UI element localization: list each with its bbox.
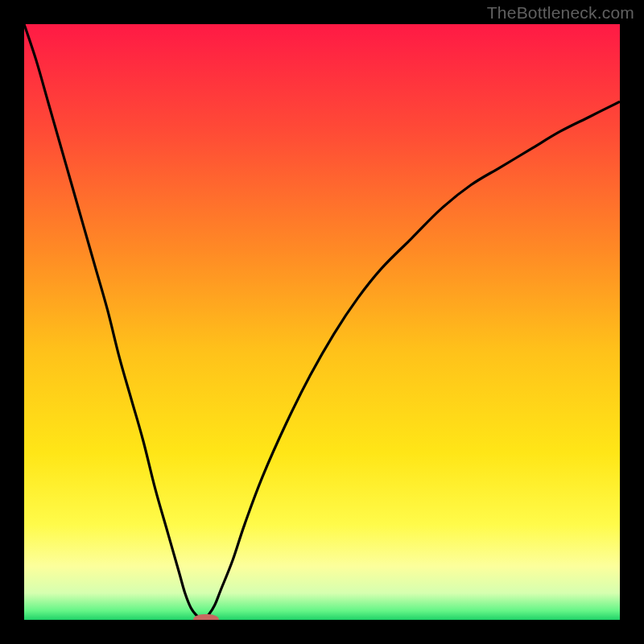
chart-frame: TheBottleneck.com — [0, 0, 644, 644]
optimal-point-marker — [193, 614, 219, 620]
watermark-text: TheBottleneck.com — [487, 3, 634, 23]
bottleneck-curve — [24, 24, 620, 620]
plot-area — [24, 24, 620, 620]
